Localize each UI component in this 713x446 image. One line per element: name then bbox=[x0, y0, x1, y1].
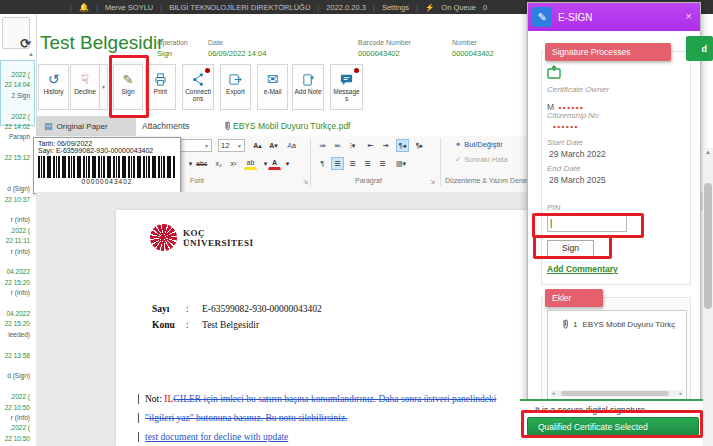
list-item[interactable]: r (Info) bbox=[0, 413, 33, 423]
find-replace-button[interactable]: ⚭ Bul/Değiştir bbox=[455, 140, 503, 149]
scroll-up-icon[interactable]: ▲ bbox=[705, 149, 711, 155]
align-left-button[interactable]: ☰ bbox=[331, 157, 344, 170]
list-item[interactable] bbox=[0, 143, 33, 153]
esign-panel-header[interactable]: ✎ E-SIGN × bbox=[528, 3, 700, 31]
qualified-certificate-status[interactable]: Qualified Certificate Selected bbox=[527, 417, 699, 436]
text-effects-button[interactable]: Aa bbox=[285, 139, 298, 152]
increase-indent-button[interactable]: ⇥ bbox=[379, 139, 392, 152]
list-item[interactable]: 22 11:11 bbox=[0, 236, 33, 246]
highlight-color-button[interactable]: ab bbox=[244, 157, 257, 170]
messages-button[interactable]: Messages bbox=[330, 64, 363, 110]
scroll-right-icon[interactable]: ▸ bbox=[679, 390, 682, 397]
add-commentary-link[interactable]: Add Commentary bbox=[547, 264, 618, 274]
scrollbar-thumb[interactable] bbox=[704, 183, 712, 309]
list-item[interactable]: Paraph bbox=[0, 132, 33, 142]
decline-dropdown[interactable]: ▼ bbox=[99, 64, 108, 110]
superscript-button[interactable]: x² bbox=[227, 157, 240, 170]
sign-button[interactable]: ✎ Sign bbox=[113, 64, 143, 110]
list-item[interactable] bbox=[0, 361, 33, 371]
list-item[interactable]: 04.2022 bbox=[0, 267, 33, 277]
add-note-button[interactable]: Add Note bbox=[292, 64, 324, 110]
font-color-button[interactable]: A bbox=[268, 157, 281, 170]
list-item[interactable] bbox=[0, 340, 33, 350]
pin-input[interactable]: | bbox=[547, 215, 627, 232]
shrink-font-button[interactable]: A▾ bbox=[267, 139, 280, 152]
list-item[interactable]: 22 10:50 bbox=[0, 403, 33, 413]
list-item[interactable]: r (Info) bbox=[0, 247, 33, 257]
sidebar-scroll-up-icon[interactable]: ▲ bbox=[28, 51, 34, 57]
paragraph-group-expand-icon[interactable]: ⇲ bbox=[430, 178, 435, 185]
esign-attachment-list[interactable]: 1 EBYS Mobil Duyuru Türkç ◂ ▸ bbox=[547, 310, 687, 400]
grow-font-button[interactable]: A▴ bbox=[251, 139, 264, 152]
rtl-text-button[interactable]: ¶◂ bbox=[396, 139, 409, 152]
list-item[interactable]: leeded) bbox=[0, 330, 33, 340]
numbered-list-button[interactable]: ≕ bbox=[331, 139, 344, 152]
shading-button[interactable]: ▨▾ bbox=[394, 157, 408, 170]
scroll-left-icon[interactable]: ◂ bbox=[552, 390, 555, 397]
list-item[interactable]: 22 15:12 bbox=[0, 153, 33, 163]
list-item[interactable] bbox=[0, 101, 33, 111]
topbar-settings[interactable]: Settings bbox=[382, 3, 409, 12]
vertical-scrollbar[interactable]: ▲ bbox=[703, 148, 713, 446]
topbar-user[interactable]: Merve SOYLU bbox=[105, 3, 153, 12]
list-item[interactable]: 2 Sign bbox=[0, 91, 33, 101]
tab-attachments[interactable]: Attachments bbox=[142, 121, 189, 131]
connections-button[interactable]: Connections bbox=[182, 64, 214, 110]
list-item[interactable]: 22 15:20 bbox=[0, 319, 33, 329]
scrollbar-thumb[interactable] bbox=[561, 391, 669, 396]
test-document-link[interactable]: test document for decline with update bbox=[145, 432, 288, 442]
next-error-button[interactable]: ✓ Sonraki Hata bbox=[455, 155, 508, 164]
list-item[interactable]: 22 14:04 bbox=[0, 80, 33, 90]
sidebar-item-lines[interactable]: .2022 (22 14:042 Sign.2022 (22 14:02Para… bbox=[0, 70, 33, 446]
list-item[interactable]: .2022 ( bbox=[0, 392, 33, 402]
list-item[interactable]: .2022 ( bbox=[0, 70, 33, 80]
notifications-bell-icon[interactable]: 🔔 bbox=[79, 3, 89, 12]
decrease-indent-button[interactable]: ⇤ bbox=[364, 139, 377, 152]
email-button[interactable]: ✉ e-Mail bbox=[257, 64, 288, 110]
decline-button[interactable]: ☟ Decline bbox=[70, 64, 100, 110]
align-center-button[interactable]: ☰ bbox=[346, 157, 359, 170]
font-size-select[interactable]: 12▼ bbox=[218, 139, 245, 152]
list-item[interactable]: 04.2022 bbox=[0, 309, 33, 319]
ltr-text-button[interactable]: ¶▸ bbox=[413, 139, 426, 152]
list-item[interactable]: 22 13:58 bbox=[0, 351, 33, 361]
horizontal-scrollbar[interactable]: ◂ ▸ bbox=[551, 390, 683, 397]
list-item[interactable]: r (Info) bbox=[0, 215, 33, 225]
document-list-sidebar[interactable]: ▲ .2022 (22 14:042 Sign.2022 (22 14:02Pa… bbox=[0, 14, 37, 446]
attachment-row[interactable]: 1 EBYS Mobil Duyuru Türkç bbox=[560, 319, 686, 330]
font-group-expand-icon[interactable]: ⇲ bbox=[303, 178, 308, 185]
list-item[interactable] bbox=[0, 382, 33, 392]
list-item[interactable] bbox=[0, 205, 33, 215]
close-icon[interactable]: × bbox=[686, 10, 692, 22]
list-item[interactable] bbox=[0, 257, 33, 267]
list-item[interactable]: 22 10:50 bbox=[0, 434, 33, 444]
refresh-icon[interactable]: ⟳ bbox=[20, 36, 31, 51]
justify-button[interactable]: ☰ bbox=[376, 157, 389, 170]
topbar-queue-label[interactable]: On Queue bbox=[441, 3, 476, 12]
strikethrough-button[interactable]: abc bbox=[194, 157, 209, 170]
list-item[interactable]: 22 15:20 bbox=[0, 278, 33, 288]
attachment-file-link[interactable]: EBYS Mobil Duyuru Türkçe.pdf bbox=[222, 121, 350, 131]
pilcrow-button[interactable]: ¶ bbox=[316, 157, 329, 170]
list-item[interactable]: r (Info) bbox=[0, 288, 33, 298]
list-item[interactable] bbox=[0, 164, 33, 174]
font-color-dropdown[interactable]: ▾ bbox=[281, 157, 294, 170]
list-item[interactable]: d (Sign) bbox=[0, 184, 33, 194]
list-item[interactable]: .2022 ( bbox=[0, 112, 33, 122]
list-item[interactable] bbox=[0, 299, 33, 309]
align-right-button[interactable]: ☰ bbox=[361, 157, 374, 170]
list-item[interactable]: 22 10:37 bbox=[0, 195, 33, 205]
list-item[interactable]: .2022 ( bbox=[0, 226, 33, 236]
multilevel-list-button[interactable]: ⁝▾ bbox=[346, 139, 359, 152]
list-item[interactable]: .2022 ( bbox=[0, 423, 33, 433]
list-item[interactable]: d (Sign) bbox=[0, 371, 33, 381]
list-item[interactable] bbox=[0, 174, 33, 184]
history-button[interactable]: ↺ History bbox=[38, 64, 69, 110]
esign-sign-button[interactable]: Sign bbox=[547, 240, 594, 257]
subscript-button[interactable]: x₂ bbox=[212, 157, 225, 170]
list-item[interactable]: 22 14:02 bbox=[0, 122, 33, 132]
print-button[interactable]: Print bbox=[145, 64, 176, 110]
bullet-list-button[interactable]: ≔ bbox=[316, 139, 329, 152]
export-button[interactable]: Export bbox=[220, 64, 251, 110]
tab-original-paper[interactable]: ▤ Original Paper bbox=[36, 116, 136, 136]
